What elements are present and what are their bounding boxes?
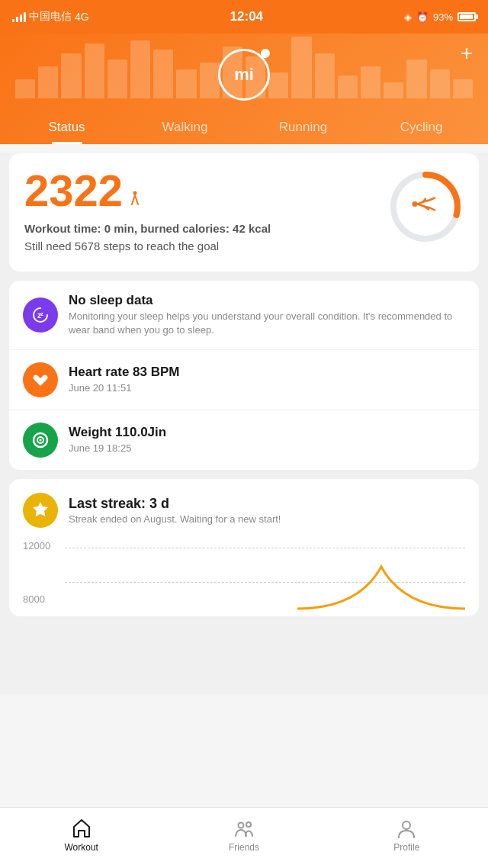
streak-subtitle: Streak ended on August. Waiting for a ne…	[69, 513, 281, 525]
signal-icon	[12, 11, 26, 22]
streak-icon	[23, 493, 58, 528]
chart-label-8000: 8000	[23, 593, 50, 605]
streak-chart: 12000 8000	[23, 540, 465, 616]
main-content: 2322 Workout time: 0 min, burned calorie…	[0, 153, 488, 694]
nav-workout-label: Workout	[64, 842, 98, 853]
nav-workout[interactable]: Workout	[0, 818, 162, 859]
health-cards: z z No sleep data Monitoring your sleep …	[9, 281, 479, 470]
tab-running[interactable]: Running	[244, 112, 362, 144]
nav-friends[interactable]: Friends	[162, 818, 325, 859]
weight-title: Weight 110.0Jin	[69, 425, 465, 440]
mi-logo: mi	[218, 49, 270, 101]
steps-card: 2322 Workout time: 0 min, burned calorie…	[9, 153, 479, 272]
heart-title: Heart rate 83 BPM	[69, 365, 465, 380]
svg-point-9	[238, 822, 243, 828]
svg-point-8	[40, 439, 42, 442]
steps-unit-icon	[129, 191, 141, 208]
weight-icon	[23, 423, 58, 458]
friends-icon	[233, 818, 255, 839]
time-label: 12:04	[230, 9, 263, 24]
sleep-text: No sleep data Monitoring your sleep help…	[69, 293, 465, 337]
nav-friends-label: Friends	[229, 842, 259, 853]
bottom-nav: Workout Friends Profile	[0, 807, 488, 868]
location-icon: ◈	[404, 11, 412, 23]
tab-walking[interactable]: Walking	[126, 112, 244, 144]
nav-profile-label: Profile	[393, 842, 419, 853]
chart-labels: 12000 8000	[23, 540, 50, 605]
status-bar: 中国电信 4G 12:04 ◈ ⏰ 93%	[0, 0, 488, 34]
steps-info: Workout time: 0 min, burned calories: 42…	[24, 220, 271, 255]
streak-card: Last streak: 3 d Streak ended on August.…	[9, 479, 479, 616]
carrier-label: 中国电信	[29, 10, 72, 24]
weight-subtitle: June 19 18:25	[69, 442, 465, 455]
streak-title: Last streak: 3 d	[69, 496, 281, 512]
tab-status[interactable]: Status	[8, 112, 126, 144]
weight-card[interactable]: Weight 110.0Jin June 19 18:25	[9, 410, 479, 470]
status-bar-left: 中国电信 4G	[12, 10, 89, 24]
svg-point-3	[413, 201, 418, 207]
svg-text:z: z	[40, 310, 43, 317]
weight-text: Weight 110.0Jin June 19 18:25	[69, 425, 465, 455]
main-tabs: Status Walking Running Cycling	[0, 112, 488, 144]
tab-cycling[interactable]: Cycling	[362, 112, 480, 144]
workout-icon	[71, 818, 92, 839]
battery-icon	[458, 12, 476, 21]
battery-label: 93%	[433, 11, 453, 23]
streak-text: Last streak: 3 d Streak ended on August.…	[69, 496, 281, 525]
steps-number: 2322	[24, 169, 271, 213]
steps-left: 2322 Workout time: 0 min, burned calorie…	[24, 169, 271, 255]
heart-text: Heart rate 83 BPM June 20 11:51	[69, 365, 465, 395]
heart-icon	[23, 362, 58, 397]
sleep-icon: z z	[23, 297, 58, 333]
svg-point-11	[403, 821, 410, 829]
heart-subtitle: June 20 11:51	[69, 381, 465, 395]
header-area: + mi Status Walking Running Cycling	[0, 34, 488, 144]
status-bar-right: ◈ ⏰ 93%	[404, 11, 476, 23]
profile-icon	[396, 818, 417, 839]
sleep-subtitle: Monitoring your sleep helps you understa…	[69, 310, 465, 337]
streak-header: Last streak: 3 d Streak ended on August.…	[23, 493, 465, 528]
sleep-title: No sleep data	[69, 293, 465, 308]
alarm-icon: ⏰	[416, 11, 429, 23]
chart-label-12000: 12000	[23, 540, 50, 551]
svg-point-10	[246, 822, 251, 827]
walk-icon	[414, 191, 437, 223]
logo-area: mi	[0, 41, 488, 112]
heart-card[interactable]: Heart rate 83 BPM June 20 11:51	[9, 350, 479, 410]
network-label: 4G	[75, 11, 89, 23]
sleep-card[interactable]: z z No sleep data Monitoring your sleep …	[9, 281, 479, 350]
steps-progress-ring	[387, 169, 464, 245]
svg-point-0	[133, 191, 137, 195]
nav-profile[interactable]: Profile	[326, 818, 488, 859]
